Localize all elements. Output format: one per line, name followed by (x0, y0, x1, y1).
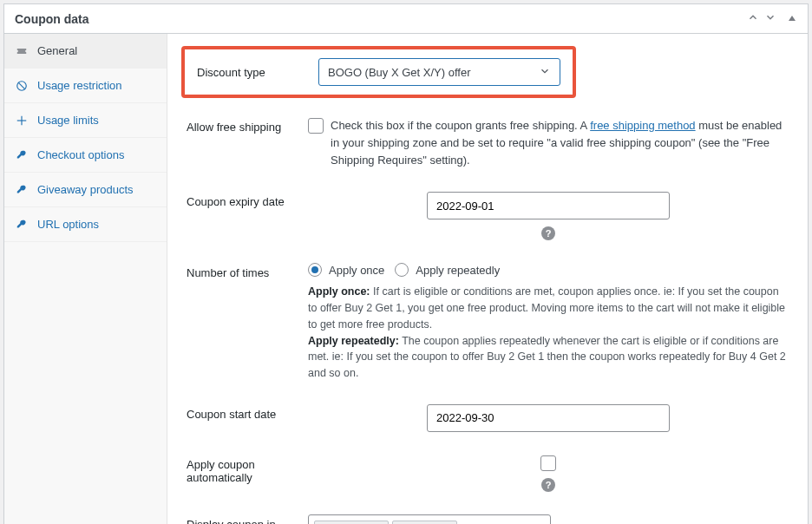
sidebar-item-label: Usage restriction (37, 79, 122, 92)
allow-free-shipping-row: Allow free shipping Check this box if th… (187, 110, 789, 185)
auto-apply-label: Apply coupon automatically (187, 455, 308, 484)
free-shipping-method-link[interactable]: free shipping method (590, 119, 695, 132)
sidebar-item-label: Giveaway products (37, 183, 134, 196)
panel-down-icon[interactable] (764, 11, 776, 26)
coupon-expiry-label: Coupon expiry date (187, 192, 308, 208)
sidebar-item-label: Checkout options (37, 148, 124, 161)
coupon-start-label: Coupon start date (187, 404, 308, 421)
coupon-start-input[interactable] (427, 404, 670, 432)
sliders-icon (15, 115, 29, 127)
display-coupon-in-row: Display coupon in ×My Account ×Checkout … (187, 508, 789, 524)
auto-apply-row: Apply coupon automatically ? (187, 448, 789, 508)
sidebar-item-checkout-options[interactable]: Checkout options (4, 138, 167, 173)
sidebar-item-usage-limits[interactable]: Usage limits (4, 103, 167, 138)
panel-collapse-icon[interactable] (787, 11, 797, 26)
panel-up-icon[interactable] (747, 11, 759, 26)
svg-line-1 (18, 82, 25, 88)
display-in-label: Display coupon in (187, 514, 308, 524)
coupon-start-row: Coupon start date (187, 397, 789, 448)
wrench-icon (15, 149, 29, 161)
panel-header: Coupon data (4, 4, 808, 34)
panel-title: Coupon data (15, 12, 747, 26)
help-icon[interactable]: ? (541, 478, 555, 492)
apply-once-label: Apply once (329, 264, 384, 277)
sidebar-item-label: General (37, 44, 77, 57)
coupon-expiry-input[interactable] (427, 192, 670, 219)
sidebar-item-giveaway-products[interactable]: Giveaway products (4, 173, 167, 207)
free-shipping-desc: Check this box if the coupon grants free… (331, 117, 789, 169)
block-icon (15, 80, 29, 92)
discount-type-value: BOGO (Buy X Get X/Y) offer (328, 66, 470, 79)
tag-checkout[interactable]: ×Checkout (392, 521, 457, 524)
sidebar: General Usage restriction Usage limits C… (4, 34, 167, 524)
wrench-icon (15, 219, 29, 231)
help-icon[interactable]: ? (541, 226, 555, 240)
sidebar-item-label: Usage limits (37, 114, 99, 127)
display-in-tagbox[interactable]: ×My Account ×Checkout (308, 514, 551, 524)
number-of-times-row: Number of times Apply once Apply repeate… (187, 256, 789, 397)
sidebar-item-label: URL options (37, 218, 99, 231)
free-shipping-checkbox[interactable] (308, 118, 324, 134)
tag-my-account[interactable]: ×My Account (314, 521, 389, 524)
apply-repeatedly-radio[interactable] (395, 263, 409, 277)
apply-repeatedly-label: Apply repeatedly (416, 264, 500, 277)
apply-once-radio[interactable] (308, 263, 322, 277)
coupon-expiry-row: Coupon expiry date ? (187, 185, 789, 256)
sidebar-item-usage-restriction[interactable]: Usage restriction (4, 69, 167, 103)
wrench-icon (15, 184, 29, 196)
sidebar-item-url-options[interactable]: URL options (4, 207, 167, 242)
apply-help-text: Apply once: If cart is eligible or condi… (308, 284, 789, 382)
discount-type-select[interactable]: BOGO (Buy X Get X/Y) offer (318, 58, 560, 86)
sidebar-item-general[interactable]: General (4, 34, 167, 69)
coupon-data-panel: Coupon data General (3, 3, 809, 524)
content-area: Discount type BOGO (Buy X Get X/Y) offer… (167, 34, 808, 524)
allow-free-shipping-label: Allow free shipping (187, 117, 308, 134)
chevron-down-icon (539, 65, 551, 80)
discount-type-label: Discount type (197, 66, 318, 79)
auto-apply-checkbox[interactable] (540, 455, 556, 471)
number-of-times-label: Number of times (187, 263, 308, 279)
highlighted-discount-type: Discount type BOGO (Buy X Get X/Y) offer (181, 46, 576, 98)
ticket-icon (15, 45, 29, 57)
